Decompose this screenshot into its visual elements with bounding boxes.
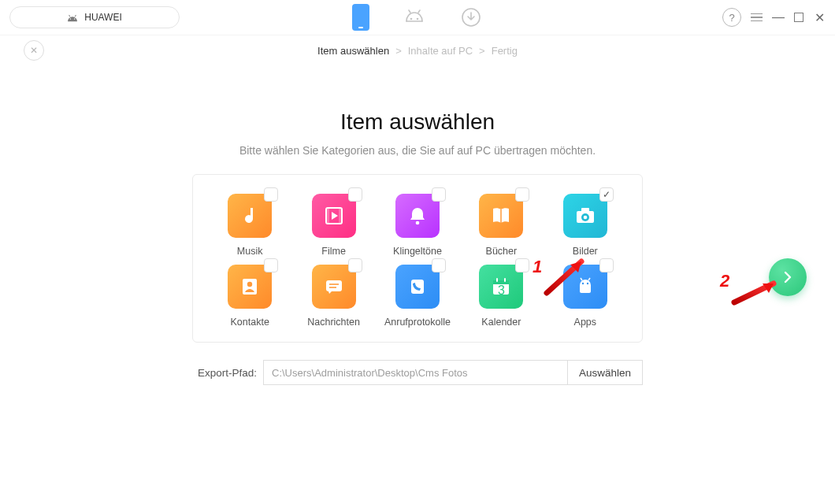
svg-rect-20 [326, 280, 342, 291]
window-minimize[interactable]: — [772, 10, 785, 24]
category-messages[interactable]: Nachrichten [295, 265, 371, 328]
page-subtitle: Bitte wählen Sie Kategorien aus, die Sie… [0, 144, 835, 157]
camera-icon: ✓ [563, 194, 607, 238]
choose-path-button[interactable]: Auswählen [567, 361, 642, 384]
message-icon [312, 265, 356, 309]
checkbox-messages[interactable] [348, 258, 362, 272]
breadcrumb: Item auswählen > Inhalte auf PC > Fertig [317, 45, 518, 57]
calendar-day: 3 [498, 284, 505, 298]
android-app-icon [563, 265, 607, 309]
category-label: Bilder [573, 246, 598, 257]
category-ringtones[interactable]: Klingeltöne [380, 194, 455, 257]
checkbox-movies[interactable] [348, 187, 362, 202]
svg-rect-10 [326, 208, 329, 224]
device-name: HUAWEI [84, 12, 122, 23]
bell-icon [395, 194, 440, 238]
svg-point-0 [70, 18, 72, 20]
category-label: Kalender [481, 317, 521, 328]
category-label: Bücher [486, 246, 518, 257]
category-music[interactable]: Musik [212, 194, 288, 257]
svg-line-6 [409, 10, 410, 13]
svg-rect-11 [339, 208, 342, 224]
export-path-field[interactable]: C:\Users\Administrator\Desktop\Cms Fotos [264, 361, 567, 384]
android-icon [67, 13, 78, 21]
menu-button[interactable] [751, 13, 763, 22]
category-label: Apps [574, 317, 597, 328]
music-icon [228, 194, 272, 238]
category-calendar[interactable]: 3 Kalender [463, 265, 539, 328]
category-photos[interactable]: ✓ Bilder [547, 194, 623, 257]
svg-point-4 [410, 18, 413, 20]
svg-point-29 [587, 283, 588, 284]
svg-line-31 [588, 278, 590, 280]
category-label: Musik [237, 246, 263, 257]
page-title: Item auswählen [0, 109, 835, 135]
checkbox-photos[interactable]: ✓ [599, 187, 614, 202]
help-button[interactable]: ? [722, 8, 741, 27]
window-close[interactable]: ✕ [813, 10, 826, 25]
tab-download-icon[interactable] [459, 6, 483, 29]
category-movies[interactable]: Filme [295, 194, 371, 257]
category-label: Klingeltöne [393, 246, 442, 257]
svg-line-7 [418, 10, 420, 13]
category-label: Filme [321, 246, 346, 257]
svg-rect-27 [504, 278, 506, 282]
svg-point-1 [74, 18, 76, 20]
film-icon [312, 194, 356, 238]
svg-line-30 [581, 278, 582, 280]
category-label: Nachrichten [307, 317, 360, 328]
category-card: Musik Filme Klingeltöne Bücher [192, 174, 643, 343]
category-label: Anrufprotokolle [384, 317, 451, 328]
breadcrumb-step-3: Fertig [492, 45, 518, 57]
calendar-icon: 3 [479, 265, 523, 309]
back-close-button[interactable]: ✕ [24, 40, 44, 61]
category-apps[interactable]: Apps [547, 265, 623, 328]
chevron-right-icon [780, 269, 796, 285]
category-contacts[interactable]: Kontakte [212, 265, 288, 328]
checkbox-call-logs[interactable] [432, 258, 446, 272]
svg-rect-15 [581, 208, 589, 212]
checkbox-ringtones[interactable] [432, 187, 446, 202]
checkbox-books[interactable] [515, 187, 529, 202]
checkbox-contacts[interactable] [264, 258, 278, 272]
svg-line-3 [75, 15, 76, 17]
breadcrumb-step-2: Inhalte auf PC [408, 45, 473, 57]
category-books[interactable]: Bücher [463, 194, 539, 257]
chevron-right-icon: > [395, 45, 402, 57]
book-icon [479, 194, 523, 238]
chevron-right-icon: > [479, 45, 485, 57]
window-maximize[interactable] [794, 13, 803, 22]
svg-rect-26 [496, 278, 498, 282]
question-icon: ? [729, 12, 734, 24]
svg-line-2 [69, 15, 71, 17]
svg-point-12 [416, 221, 420, 225]
category-label: Kontakte [231, 317, 269, 328]
tab-android-head-icon[interactable] [403, 6, 426, 29]
svg-point-28 [582, 283, 584, 284]
annotation-number-2: 2 [720, 271, 729, 291]
contact-icon [228, 265, 272, 309]
breadcrumb-step-1: Item auswählen [317, 45, 389, 57]
svg-point-19 [247, 282, 252, 287]
svg-point-5 [417, 18, 419, 20]
export-path-label: Export-Pfad: [192, 367, 263, 379]
category-call-logs[interactable]: Anrufprotokolle [380, 265, 455, 328]
close-icon: ✕ [30, 45, 38, 56]
next-button[interactable] [769, 258, 807, 296]
checkbox-music[interactable] [264, 187, 278, 202]
phone-icon [395, 265, 440, 309]
tab-device[interactable] [352, 4, 369, 31]
device-selector[interactable]: HUAWEI [9, 6, 180, 28]
svg-point-17 [583, 216, 587, 220]
checkbox-calendar[interactable] [515, 258, 529, 272]
svg-rect-23 [411, 280, 424, 294]
checkbox-apps[interactable] [599, 258, 614, 272]
